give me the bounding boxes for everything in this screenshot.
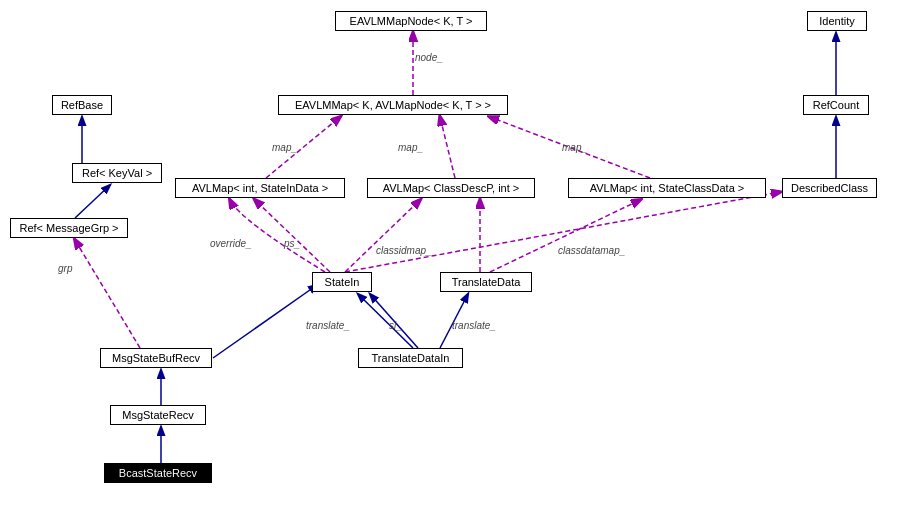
svg-line-10: [490, 200, 640, 272]
label-translate2: translate_: [452, 320, 496, 331]
diagram-container: Identity RefCount DescribedClass RefBase…: [0, 0, 898, 518]
svg-line-12: [358, 294, 413, 348]
label-translate1: translate_: [306, 320, 350, 331]
node-avlmapintclass: AVLMap< int, StateClassData >: [568, 178, 766, 198]
node-refbase: RefBase: [52, 95, 112, 115]
node-bcaststaterecv: BcastStateRecv: [104, 463, 212, 483]
node-msgstaterecv: MsgStateRecv: [110, 405, 206, 425]
label-override: override_: [210, 238, 252, 249]
label-map2: map_: [398, 142, 423, 153]
node-statein: StateIn: [312, 272, 372, 292]
label-map3: map_: [562, 142, 587, 153]
svg-line-15: [345, 192, 780, 272]
node-translatedata: TranslateData: [440, 272, 532, 292]
node-eavlmmapnode: EAVLMMapNode< K, T >: [335, 11, 487, 31]
node-avlmapint: AVLMap< int, StateInData >: [175, 178, 345, 198]
label-si: si_: [389, 320, 402, 331]
svg-line-8: [255, 200, 330, 272]
arrows-svg: [0, 0, 898, 518]
node-avlmapclassdesc: AVLMap< ClassDescP, int >: [367, 178, 535, 198]
label-node: node_: [415, 52, 443, 63]
svg-line-3: [75, 185, 110, 218]
node-msgstatebufrecv: MsgStateBufRecv: [100, 348, 212, 368]
node-translatedatain: TranslateDataIn: [358, 348, 463, 368]
label-ps: ps_: [284, 238, 300, 249]
node-refmessagegrp: Ref< MessageGrp >: [10, 218, 128, 238]
label-classidmap: classidmap_: [376, 245, 432, 256]
node-refcount: RefCount: [803, 95, 869, 115]
node-eavlmmap: EAVLMMap< K, AVLMapNode< K, T > >: [278, 95, 508, 115]
label-classdatamap: classdatamap_: [558, 245, 625, 256]
node-refkeyval: Ref< KeyVal >: [72, 163, 162, 183]
node-describedclass: DescribedClass: [782, 178, 877, 198]
node-identity: Identity: [807, 11, 867, 31]
label-grp: grp: [58, 263, 72, 274]
label-map1: map_: [272, 142, 297, 153]
svg-line-16: [213, 285, 317, 358]
svg-line-6: [440, 117, 455, 178]
svg-line-9: [345, 200, 420, 272]
svg-line-17: [75, 240, 140, 348]
